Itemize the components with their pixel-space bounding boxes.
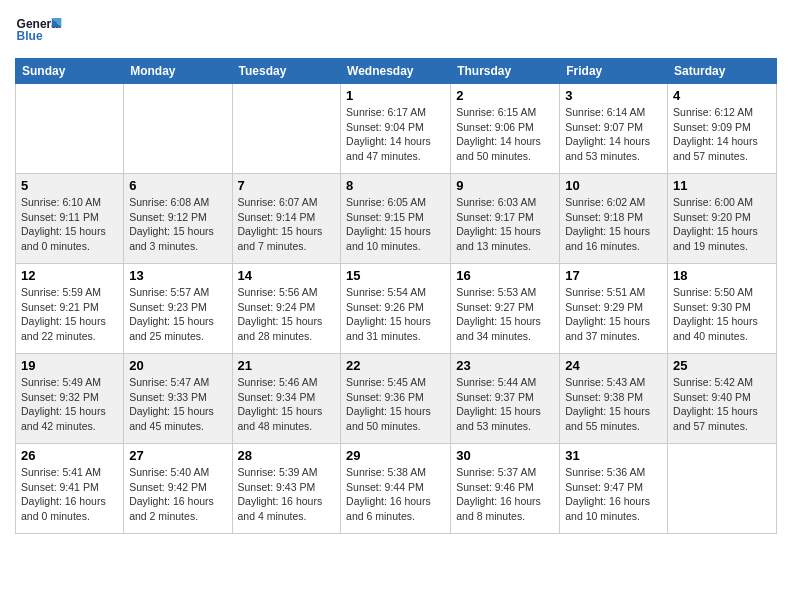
- day-info: Sunrise: 5:42 AMSunset: 9:40 PMDaylight:…: [673, 375, 771, 434]
- day-info: Sunrise: 6:17 AMSunset: 9:04 PMDaylight:…: [346, 105, 445, 164]
- day-number: 4: [673, 88, 771, 103]
- calendar-cell: 16Sunrise: 5:53 AMSunset: 9:27 PMDayligh…: [451, 264, 560, 354]
- day-info: Sunrise: 5:38 AMSunset: 9:44 PMDaylight:…: [346, 465, 445, 524]
- weekday-header-saturday: Saturday: [668, 59, 777, 84]
- calendar-cell: 20Sunrise: 5:47 AMSunset: 9:33 PMDayligh…: [124, 354, 232, 444]
- logo: General Blue: [15, 10, 63, 50]
- day-number: 22: [346, 358, 445, 373]
- calendar-cell: 6Sunrise: 6:08 AMSunset: 9:12 PMDaylight…: [124, 174, 232, 264]
- calendar-week-1: 1Sunrise: 6:17 AMSunset: 9:04 PMDaylight…: [16, 84, 777, 174]
- day-number: 17: [565, 268, 662, 283]
- day-info: Sunrise: 6:07 AMSunset: 9:14 PMDaylight:…: [238, 195, 336, 254]
- day-number: 2: [456, 88, 554, 103]
- day-number: 31: [565, 448, 662, 463]
- calendar-cell: 11Sunrise: 6:00 AMSunset: 9:20 PMDayligh…: [668, 174, 777, 264]
- weekday-header-thursday: Thursday: [451, 59, 560, 84]
- calendar-cell: 22Sunrise: 5:45 AMSunset: 9:36 PMDayligh…: [341, 354, 451, 444]
- day-info: Sunrise: 6:02 AMSunset: 9:18 PMDaylight:…: [565, 195, 662, 254]
- day-info: Sunrise: 5:56 AMSunset: 9:24 PMDaylight:…: [238, 285, 336, 344]
- day-info: Sunrise: 5:50 AMSunset: 9:30 PMDaylight:…: [673, 285, 771, 344]
- calendar-cell: 7Sunrise: 6:07 AMSunset: 9:14 PMDaylight…: [232, 174, 341, 264]
- weekday-header-row: SundayMondayTuesdayWednesdayThursdayFrid…: [16, 59, 777, 84]
- calendar-cell: 23Sunrise: 5:44 AMSunset: 9:37 PMDayligh…: [451, 354, 560, 444]
- day-number: 8: [346, 178, 445, 193]
- calendar-cell: 31Sunrise: 5:36 AMSunset: 9:47 PMDayligh…: [560, 444, 668, 534]
- day-number: 6: [129, 178, 226, 193]
- day-info: Sunrise: 5:49 AMSunset: 9:32 PMDaylight:…: [21, 375, 118, 434]
- day-info: Sunrise: 6:12 AMSunset: 9:09 PMDaylight:…: [673, 105, 771, 164]
- calendar-cell: 12Sunrise: 5:59 AMSunset: 9:21 PMDayligh…: [16, 264, 124, 354]
- calendar-cell: 26Sunrise: 5:41 AMSunset: 9:41 PMDayligh…: [16, 444, 124, 534]
- day-number: 1: [346, 88, 445, 103]
- day-info: Sunrise: 5:41 AMSunset: 9:41 PMDaylight:…: [21, 465, 118, 524]
- day-info: Sunrise: 6:03 AMSunset: 9:17 PMDaylight:…: [456, 195, 554, 254]
- calendar-cell: 25Sunrise: 5:42 AMSunset: 9:40 PMDayligh…: [668, 354, 777, 444]
- day-number: 11: [673, 178, 771, 193]
- day-info: Sunrise: 5:53 AMSunset: 9:27 PMDaylight:…: [456, 285, 554, 344]
- day-info: Sunrise: 5:45 AMSunset: 9:36 PMDaylight:…: [346, 375, 445, 434]
- day-info: Sunrise: 6:08 AMSunset: 9:12 PMDaylight:…: [129, 195, 226, 254]
- calendar-cell: [16, 84, 124, 174]
- weekday-header-wednesday: Wednesday: [341, 59, 451, 84]
- calendar-cell: [124, 84, 232, 174]
- day-info: Sunrise: 5:37 AMSunset: 9:46 PMDaylight:…: [456, 465, 554, 524]
- day-info: Sunrise: 5:59 AMSunset: 9:21 PMDaylight:…: [21, 285, 118, 344]
- day-info: Sunrise: 6:15 AMSunset: 9:06 PMDaylight:…: [456, 105, 554, 164]
- weekday-header-tuesday: Tuesday: [232, 59, 341, 84]
- day-info: Sunrise: 5:43 AMSunset: 9:38 PMDaylight:…: [565, 375, 662, 434]
- calendar-cell: 1Sunrise: 6:17 AMSunset: 9:04 PMDaylight…: [341, 84, 451, 174]
- calendar-cell: 18Sunrise: 5:50 AMSunset: 9:30 PMDayligh…: [668, 264, 777, 354]
- day-info: Sunrise: 5:54 AMSunset: 9:26 PMDaylight:…: [346, 285, 445, 344]
- calendar-cell: 4Sunrise: 6:12 AMSunset: 9:09 PMDaylight…: [668, 84, 777, 174]
- page-header: General Blue: [15, 10, 777, 50]
- day-info: Sunrise: 6:05 AMSunset: 9:15 PMDaylight:…: [346, 195, 445, 254]
- calendar-week-3: 12Sunrise: 5:59 AMSunset: 9:21 PMDayligh…: [16, 264, 777, 354]
- calendar-cell: 17Sunrise: 5:51 AMSunset: 9:29 PMDayligh…: [560, 264, 668, 354]
- calendar-cell: 2Sunrise: 6:15 AMSunset: 9:06 PMDaylight…: [451, 84, 560, 174]
- day-number: 9: [456, 178, 554, 193]
- day-info: Sunrise: 5:57 AMSunset: 9:23 PMDaylight:…: [129, 285, 226, 344]
- calendar-cell: 8Sunrise: 6:05 AMSunset: 9:15 PMDaylight…: [341, 174, 451, 264]
- calendar-cell: 29Sunrise: 5:38 AMSunset: 9:44 PMDayligh…: [341, 444, 451, 534]
- day-info: Sunrise: 5:47 AMSunset: 9:33 PMDaylight:…: [129, 375, 226, 434]
- day-number: 15: [346, 268, 445, 283]
- weekday-header-friday: Friday: [560, 59, 668, 84]
- day-info: Sunrise: 5:39 AMSunset: 9:43 PMDaylight:…: [238, 465, 336, 524]
- calendar-cell: 21Sunrise: 5:46 AMSunset: 9:34 PMDayligh…: [232, 354, 341, 444]
- day-number: 14: [238, 268, 336, 283]
- calendar-cell: 24Sunrise: 5:43 AMSunset: 9:38 PMDayligh…: [560, 354, 668, 444]
- day-number: 28: [238, 448, 336, 463]
- day-number: 29: [346, 448, 445, 463]
- day-info: Sunrise: 5:40 AMSunset: 9:42 PMDaylight:…: [129, 465, 226, 524]
- calendar-cell: 19Sunrise: 5:49 AMSunset: 9:32 PMDayligh…: [16, 354, 124, 444]
- day-number: 23: [456, 358, 554, 373]
- day-number: 19: [21, 358, 118, 373]
- calendar-cell: 9Sunrise: 6:03 AMSunset: 9:17 PMDaylight…: [451, 174, 560, 264]
- calendar-cell: 10Sunrise: 6:02 AMSunset: 9:18 PMDayligh…: [560, 174, 668, 264]
- day-number: 5: [21, 178, 118, 193]
- day-info: Sunrise: 6:14 AMSunset: 9:07 PMDaylight:…: [565, 105, 662, 164]
- calendar-cell: 3Sunrise: 6:14 AMSunset: 9:07 PMDaylight…: [560, 84, 668, 174]
- day-number: 27: [129, 448, 226, 463]
- calendar-cell: [232, 84, 341, 174]
- calendar-table: SundayMondayTuesdayWednesdayThursdayFrid…: [15, 58, 777, 534]
- day-info: Sunrise: 6:00 AMSunset: 9:20 PMDaylight:…: [673, 195, 771, 254]
- calendar-cell: 30Sunrise: 5:37 AMSunset: 9:46 PMDayligh…: [451, 444, 560, 534]
- calendar-cell: 14Sunrise: 5:56 AMSunset: 9:24 PMDayligh…: [232, 264, 341, 354]
- day-info: Sunrise: 5:44 AMSunset: 9:37 PMDaylight:…: [456, 375, 554, 434]
- svg-text:Blue: Blue: [17, 29, 43, 43]
- day-info: Sunrise: 6:10 AMSunset: 9:11 PMDaylight:…: [21, 195, 118, 254]
- day-number: 12: [21, 268, 118, 283]
- day-number: 13: [129, 268, 226, 283]
- calendar-week-5: 26Sunrise: 5:41 AMSunset: 9:41 PMDayligh…: [16, 444, 777, 534]
- day-number: 3: [565, 88, 662, 103]
- day-number: 10: [565, 178, 662, 193]
- day-number: 24: [565, 358, 662, 373]
- day-number: 21: [238, 358, 336, 373]
- calendar-cell: 28Sunrise: 5:39 AMSunset: 9:43 PMDayligh…: [232, 444, 341, 534]
- logo-svg: General Blue: [15, 10, 63, 50]
- day-number: 18: [673, 268, 771, 283]
- calendar-cell: 13Sunrise: 5:57 AMSunset: 9:23 PMDayligh…: [124, 264, 232, 354]
- day-number: 7: [238, 178, 336, 193]
- calendar-cell: [668, 444, 777, 534]
